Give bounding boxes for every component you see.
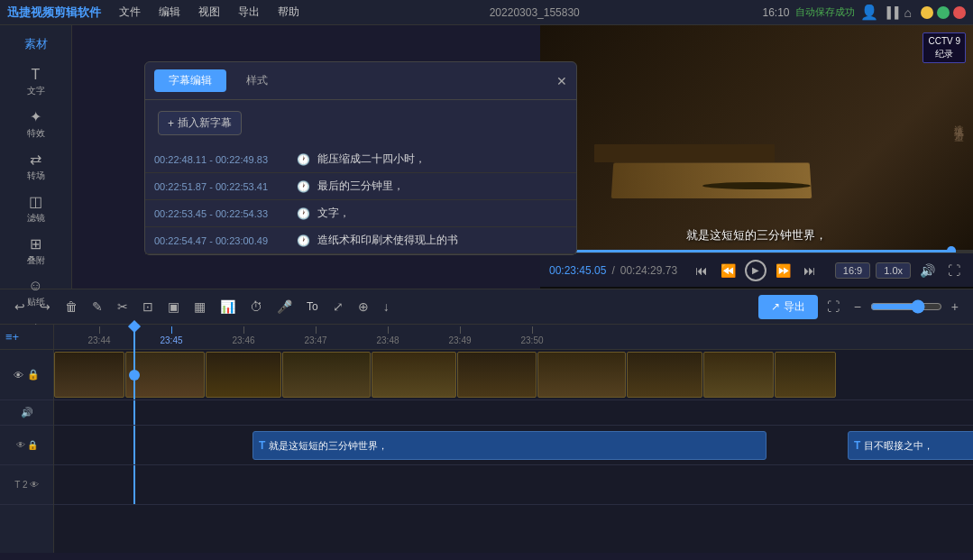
sidebar-item-effects[interactable]: ✦ 特效 (0, 105, 71, 143)
grid-button[interactable]: ▦ (188, 296, 211, 317)
tab-subtitle-edit[interactable]: 字幕编辑 (154, 69, 226, 92)
menu-file[interactable]: 文件 (112, 3, 148, 22)
edit-button[interactable]: ✎ (87, 296, 108, 317)
audio-playhead (133, 400, 135, 425)
rewind-button[interactable]: ⏪ (717, 262, 739, 280)
sidebar-filter-label: 滤镜 (27, 212, 45, 225)
zoom-slider[interactable] (870, 299, 942, 314)
video-clip[interactable] (627, 352, 702, 398)
video-content: CCTV 9 纪录 造纸力量1 就是这短短的三分钟世界， (540, 25, 973, 252)
video-clip[interactable] (372, 352, 456, 398)
app-logo: 迅捷视频剪辑软件 (7, 5, 101, 21)
subtitle-row-3[interactable]: 00:22:54.47 - 00:23:00.49 🕐 造纸术和印刷术使得现上的… (145, 227, 576, 254)
delete-button[interactable]: 🗑 (60, 296, 83, 317)
t1-lock-icon[interactable]: 🔒 (27, 440, 38, 450)
track-lock-icon[interactable]: 🔒 (27, 369, 40, 381)
ruler-mark-2: 23:46 (232, 335, 254, 345)
subtitle-row-2[interactable]: 00:22:53.45 - 00:22:54.33 🕐 文字， (145, 200, 576, 227)
video-clip[interactable] (775, 352, 836, 398)
menu-help[interactable]: 帮助 (271, 3, 307, 22)
menu-edit[interactable]: 编辑 (151, 3, 188, 22)
timeline-content: 23:44 23:45 23:46 23:47 23:48 (54, 325, 973, 553)
subtitle-row-1[interactable]: 00:22:51.87 - 00:22:53.41 🕐 最后的三分钟里， (145, 173, 576, 200)
home-icon[interactable]: ⌂ (904, 5, 912, 20)
playhead-dot (129, 370, 140, 381)
add-button[interactable]: ⊕ (353, 296, 374, 317)
time-display: 16:10 (762, 6, 789, 19)
minimize-button[interactable] (921, 6, 933, 19)
clock-icon-3: 🕐 (297, 234, 310, 247)
total-time-display: 00:24:29.73 (620, 264, 677, 277)
speed-button[interactable]: 1.0x (876, 262, 911, 279)
play-button[interactable]: ▶ (745, 260, 766, 281)
maximize-button[interactable] (937, 6, 950, 19)
split-button[interactable]: ▣ (162, 296, 185, 317)
subtitle-track-2 (54, 465, 973, 505)
tab-subtitle-style[interactable]: 样式 (232, 69, 282, 92)
subtitle-clip-text-1: 就是这短短的三分钟世界， (269, 439, 388, 453)
filename-display: 20220303_155830 (310, 6, 758, 19)
sidebar-item-transition[interactable]: ⇄ 转场 (0, 147, 71, 186)
video-clip[interactable] (54, 352, 124, 398)
prev-frame-button[interactable]: ⏮ (692, 262, 711, 280)
clock-icon-0: 🕐 (297, 153, 310, 166)
subtitle-text-3: 造纸术和印刷术使得现上的书 (317, 233, 567, 248)
t2-eye-icon[interactable]: 👁 (30, 480, 39, 490)
sidebar-item-text[interactable]: T 文字 (0, 63, 71, 101)
subtitle-text-1: 最后的三分钟里， (317, 179, 567, 194)
t1-eye-icon[interactable]: 👁 (16, 440, 25, 450)
close-button[interactable] (953, 6, 966, 19)
video-track[interactable] (54, 350, 973, 400)
cut-button[interactable]: ✂ (112, 296, 133, 317)
sidebar-item-overlay[interactable]: ⊞ 叠附 (0, 232, 71, 271)
subtitle-time-0: 00:22:48.11 - 00:22:49.83 (154, 154, 289, 165)
subtitle-clip-2[interactable]: T 目不暇接之中， (848, 431, 973, 460)
clock-icon-1: 🕐 (297, 180, 310, 193)
timer-button[interactable]: ⏱ (244, 296, 268, 317)
transition-icon: ⇄ (30, 151, 41, 168)
video-clip[interactable] (537, 352, 626, 398)
video-clip[interactable] (206, 352, 281, 398)
video-clip[interactable] (282, 352, 371, 398)
insert-subtitle-button[interactable]: + 插入新字幕 (158, 111, 242, 135)
fullscreen-button[interactable]: ⛶ (944, 262, 964, 280)
export-icon: ↗ (771, 300, 780, 313)
subtitle-row-0[interactable]: 00:22:48.11 - 00:22:49.83 🕐 能压缩成二十四小时， (145, 146, 576, 173)
user-avatar-icon[interactable]: 👤 (860, 4, 878, 21)
ruler-mark-1: 23:45 (160, 335, 182, 345)
chart-button[interactable]: 📊 (215, 296, 241, 317)
timeline-ruler[interactable]: 23:44 23:45 23:46 23:47 23:48 (54, 325, 973, 350)
next-frame-button[interactable]: ⏭ (800, 262, 820, 280)
video-clip[interactable] (703, 352, 774, 398)
aspect-ratio-button[interactable]: 16:9 (835, 262, 870, 279)
undo-button[interactable]: ↩ (9, 296, 31, 317)
audio-track-icon[interactable]: 🔊 (21, 407, 33, 418)
download-button[interactable]: ↓ (378, 296, 395, 317)
mic-button[interactable]: 🎤 (271, 296, 298, 317)
add-track-button[interactable]: ≡+ (5, 330, 19, 344)
resize-button[interactable]: ⤢ (327, 296, 349, 317)
subtitle-clip-1[interactable]: T 就是这短短的三分钟世界， (252, 431, 766, 460)
top-section: 素材 T 文字 ✦ 特效 ⇄ 转场 ◫ 滤镜 ⊞ 叠附 ☺ 贴纸 ♪ 配乐 (0, 25, 973, 289)
sidebar-item-filter[interactable]: ◫ 滤镜 (0, 189, 71, 228)
forward-button[interactable]: ⏩ (772, 262, 794, 280)
volume-button[interactable]: 🔊 (916, 262, 939, 280)
subtitle-track-playhead (133, 426, 135, 464)
subtitle-time-2: 00:22:53.45 - 00:22:54.33 (154, 208, 289, 219)
to-button[interactable]: To (301, 297, 324, 317)
menu-view[interactable]: 视图 (191, 3, 227, 22)
screen-icon[interactable]: ⛶ (822, 296, 845, 317)
crop-button[interactable]: ⊡ (137, 296, 159, 317)
zoom-in-button[interactable]: + (946, 296, 964, 317)
subtitle-clip-text-2: 目不暇接之中， (864, 439, 933, 453)
zoom-out-button[interactable]: − (849, 296, 867, 317)
export-button[interactable]: ↗ 导出 (758, 295, 818, 319)
video-clip[interactable] (457, 352, 537, 398)
track-eye-icon[interactable]: 👁 (14, 370, 23, 381)
menu-export[interactable]: 导出 (231, 3, 267, 22)
redo-button[interactable]: ↪ (34, 296, 56, 317)
subtitle-panel-close[interactable]: ✕ (556, 74, 567, 88)
subtitle-track-1: T 就是这短短的三分钟世界， T 目不暇接之中， (54, 426, 973, 465)
timeline-controls-column: ≡+ 👁 🔒 🔊 👁 🔒 T 2 👁 (0, 325, 54, 553)
sidebar-transition-label: 转场 (27, 170, 45, 182)
